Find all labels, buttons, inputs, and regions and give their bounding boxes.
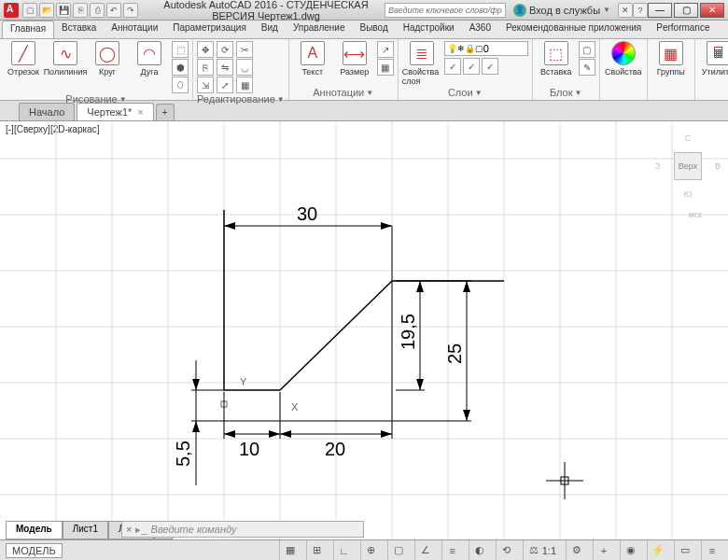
- ortho-icon[interactable]: ∟: [338, 544, 351, 557]
- layer-btn-2[interactable]: ✓: [463, 58, 480, 75]
- ribbon-tab-performance[interactable]: Performance: [649, 21, 717, 38]
- ribbon-tab-output[interactable]: Вывод: [353, 21, 396, 38]
- minimize-button[interactable]: —: [648, 3, 672, 18]
- snap-icon[interactable]: ⊞: [311, 544, 324, 557]
- grid-icon[interactable]: ▦: [284, 544, 297, 557]
- circle-button[interactable]: ◯Круг: [88, 41, 127, 77]
- close-icon[interactable]: ×: [126, 524, 132, 535]
- trim-button[interactable]: ✂: [236, 41, 253, 58]
- qat-new-icon[interactable]: ▢: [22, 3, 37, 18]
- arc-icon: ◠: [137, 41, 161, 65]
- table-button[interactable]: ▦: [377, 59, 394, 76]
- viewcube-south[interactable]: Ю: [683, 189, 692, 199]
- block-btn-2[interactable]: ✎: [579, 59, 595, 76]
- text-button[interactable]: AТекст: [293, 41, 332, 77]
- qat-undo-icon[interactable]: ↶: [106, 3, 121, 18]
- layer-btn-3[interactable]: ✓: [482, 58, 498, 75]
- polar-icon[interactable]: ⊕: [365, 544, 378, 557]
- annotation-scale-icon[interactable]: ⚖: [527, 544, 540, 557]
- svg-text:Y: Y: [240, 376, 247, 387]
- qat-saveas-icon[interactable]: ⎘: [73, 3, 88, 18]
- ribbon-tab-annotate[interactable]: Аннотации: [104, 21, 165, 38]
- hardware-accel-icon[interactable]: ⚡: [651, 544, 665, 557]
- layer-btn-1[interactable]: ✓: [444, 58, 461, 75]
- circle-icon: ◯: [95, 41, 119, 65]
- utilities-button[interactable]: 🖩Утилиты: [699, 41, 728, 77]
- command-line[interactable]: × ▸_ Введите команду: [121, 521, 364, 538]
- ribbon-tab-a360[interactable]: A360: [462, 21, 498, 38]
- new-tab-button[interactable]: +: [156, 104, 175, 120]
- qat-save-icon[interactable]: 💾: [56, 3, 71, 18]
- model-tab[interactable]: Модель: [6, 521, 63, 539]
- ribbon-tab-parametric[interactable]: Параметризация: [165, 21, 254, 38]
- viewcube-face[interactable]: Верх: [674, 152, 702, 180]
- otrack-icon[interactable]: ∠: [419, 544, 432, 557]
- drawing-area[interactable]: [-][Сверху][2D-каркас] Y X: [0, 121, 728, 539]
- copy-button[interactable]: ⎘: [197, 59, 214, 76]
- qat-print-icon[interactable]: ⎙: [90, 3, 105, 18]
- wcs-label[interactable]: мск: [688, 210, 702, 219]
- layer-props-button[interactable]: ≣Свойства слоя: [402, 41, 441, 86]
- viewcube-west[interactable]: З: [655, 161, 660, 171]
- customize-icon[interactable]: ≡: [706, 544, 719, 557]
- close-button[interactable]: ✕: [700, 3, 724, 18]
- arc-button[interactable]: ◠Дуга: [130, 41, 169, 77]
- scale-button[interactable]: ⤢: [217, 77, 233, 93]
- exchange-icon[interactable]: ✕: [618, 3, 633, 18]
- groups-button[interactable]: ▦Группы: [651, 41, 691, 77]
- app-icon[interactable]: [4, 3, 19, 18]
- leader-button[interactable]: ↗: [377, 41, 394, 58]
- insert-block-button[interactable]: ⬚Вставка: [537, 41, 576, 77]
- ribbon-tab-home[interactable]: Главная: [2, 21, 54, 38]
- stretch-button[interactable]: ⇲: [197, 77, 214, 93]
- layer-combo[interactable]: 💡❄🔒▢ 0: [444, 41, 528, 56]
- qat-open-icon[interactable]: 📂: [39, 3, 54, 18]
- mirror-button[interactable]: ⇋: [217, 59, 233, 76]
- draw-small-3[interactable]: ⬯: [172, 77, 189, 93]
- doc-tab-drawing1[interactable]: Чертеж1*×: [77, 103, 153, 120]
- ribbon-tab-addins[interactable]: Надстройки: [396, 21, 462, 38]
- layout1-tab[interactable]: Лист1: [63, 521, 108, 539]
- osnap-icon[interactable]: ▢: [392, 544, 405, 557]
- annotation-monitor-icon[interactable]: +: [597, 544, 610, 557]
- chevron-down-icon[interactable]: ▼: [475, 89, 483, 97]
- lineweight-icon[interactable]: ≡: [446, 544, 459, 557]
- ribbon-tab-featured[interactable]: Рекомендованные приложения: [498, 21, 649, 38]
- array-button[interactable]: ▦: [236, 77, 253, 93]
- isolate-icon[interactable]: ◉: [624, 544, 637, 557]
- properties-button[interactable]: Свойства: [604, 41, 643, 77]
- dimension-button[interactable]: ⟷Размер: [335, 41, 374, 77]
- line-button[interactable]: ╱Отрезок: [4, 41, 43, 77]
- qat-redo-icon[interactable]: ↷: [123, 3, 138, 18]
- chevron-down-icon[interactable]: ▼: [277, 95, 285, 104]
- doc-tab-start[interactable]: Начало: [19, 103, 75, 120]
- help-icon[interactable]: ?: [633, 3, 648, 18]
- fillet-button[interactable]: ◡: [236, 59, 253, 76]
- draw-small-2[interactable]: ⬢: [172, 59, 189, 76]
- close-icon[interactable]: ×: [137, 106, 143, 118]
- rotate-button[interactable]: ⟳: [217, 41, 233, 58]
- viewcube[interactable]: С Ю В З Верх: [666, 145, 709, 188]
- ribbon-tab-manage[interactable]: Управление: [286, 21, 353, 38]
- polyline-button[interactable]: ∿Полилиния: [46, 41, 85, 77]
- ribbon-tab-insert[interactable]: Вставка: [54, 21, 104, 38]
- canvas[interactable]: Y X 30 10 20 19,5: [0, 121, 728, 539]
- move-button[interactable]: ✥: [197, 41, 214, 58]
- status-model-button[interactable]: МОДЕЛЬ: [6, 543, 63, 558]
- block-btn-1[interactable]: ▢: [579, 41, 595, 58]
- maximize-button[interactable]: ▢: [674, 3, 698, 18]
- chevron-down-icon[interactable]: ▼: [366, 89, 373, 97]
- ribbon-tab-view[interactable]: Вид: [254, 21, 286, 38]
- viewcube-north[interactable]: С: [685, 133, 692, 143]
- help-search-input[interactable]: [385, 3, 506, 18]
- login-button[interactable]: 👤 Вход в службы ▼: [513, 4, 610, 17]
- viewcube-east[interactable]: В: [715, 161, 721, 171]
- workspace-icon[interactable]: ⚙: [570, 544, 583, 557]
- chevron-down-icon[interactable]: ▼: [575, 89, 582, 97]
- transparency-icon[interactable]: ◐: [473, 544, 486, 557]
- cycling-icon[interactable]: ⟲: [500, 544, 513, 557]
- draw-small-1[interactable]: ⬚: [172, 41, 189, 58]
- ribbon-group-block: ⬚Вставка ▢✎ Блок▼: [533, 39, 600, 100]
- line-icon: ╱: [11, 41, 35, 65]
- clean-screen-icon[interactable]: ▭: [679, 544, 692, 557]
